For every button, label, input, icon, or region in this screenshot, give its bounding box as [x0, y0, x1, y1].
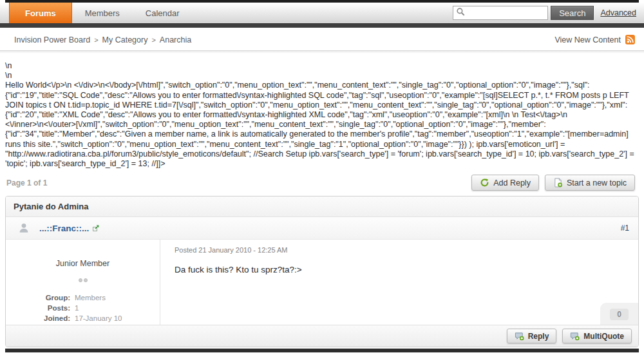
main-nav: Forums Members Calendar Search Advanced	[0, 3, 644, 23]
field-value: Members	[75, 294, 106, 302]
reputation-badge: 0	[610, 309, 629, 320]
search-box[interactable]	[453, 6, 548, 20]
debug-line: Hello World<\/p>\n <\/div>\n<\/body>[\/h…	[5, 81, 639, 169]
topic-actions-row: Page 1 of 1 Add Reply Start a new topic	[0, 169, 644, 191]
debug-line: \n	[5, 61, 639, 71]
field-value: 17-January 10	[75, 314, 122, 322]
field-label: Posts:	[6, 304, 70, 312]
breadcrumb-row: Invision Power Board>My Category>Anarchi…	[0, 28, 644, 50]
post-content-column: Posted 21 January 2010 - 12:25 AM Da fuc…	[160, 240, 638, 325]
breadcrumb-link-board[interactable]: Invision Power Board	[14, 35, 90, 44]
reply-label: Reply	[528, 332, 549, 341]
view-new-content: View New Content	[554, 35, 635, 44]
new-document-plus-icon	[553, 178, 563, 187]
post-footer: Reply MultiQuote	[6, 325, 638, 347]
reply-button[interactable]: Reply	[507, 329, 557, 343]
topic-title: Pytanie do Admina	[6, 197, 638, 217]
multiquote-button[interactable]: MultiQuote	[562, 329, 632, 343]
breadcrumb-separator: >	[151, 36, 155, 44]
page-bottom-strip	[5, 349, 639, 352]
member-field-posts: Posts: 1	[6, 304, 160, 312]
post-timestamp: Posted 21 January 2010 - 12:25 AM	[175, 246, 624, 254]
member-title: Junior Member	[6, 259, 160, 268]
view-new-content-link[interactable]: View New Content	[554, 35, 621, 44]
field-label: Group:	[6, 294, 70, 302]
topic-panel: Pytanie do Admina ...::Franc::... #1 Jun…	[5, 196, 639, 347]
member-fields: Group: Members Posts: 1 Joined: 17-Janua…	[6, 294, 160, 322]
tab-members[interactable]: Members	[72, 3, 133, 23]
author-info-column: Junior Member Group: Members Posts: 1 Jo…	[6, 240, 160, 325]
reputation-container: 0	[600, 303, 638, 325]
external-link-icon[interactable]	[93, 225, 99, 231]
breadcrumb: Invision Power Board>My Category>Anarchi…	[14, 35, 191, 44]
add-reply-button[interactable]: Add Reply	[471, 175, 539, 191]
member-pips	[6, 273, 160, 285]
author-link[interactable]: ...::Franc::...	[39, 224, 89, 233]
member-field-joined: Joined: 17-January 10	[6, 314, 160, 322]
debug-text-block: \n \n Hello World<\/p>\n <\/div>\n<\/bod…	[0, 53, 644, 169]
field-value: 1	[75, 304, 79, 312]
tab-forums[interactable]: Forums	[9, 3, 72, 23]
post-number[interactable]: #1	[621, 224, 629, 233]
post-body: Junior Member Group: Members Posts: 1 Jo…	[6, 240, 638, 325]
multiquote-label: MultiQuote	[583, 332, 624, 341]
start-new-topic-button[interactable]: Start a new topic	[545, 175, 635, 191]
reply-arrow-icon	[480, 178, 489, 187]
page-info: Page 1 of 1	[6, 178, 47, 187]
post-author-row: ...::Franc::... #1	[6, 217, 638, 240]
search-input[interactable]	[466, 7, 545, 19]
field-label: Joined:	[6, 314, 70, 322]
add-reply-label: Add Reply	[493, 178, 531, 187]
post-content: Da fuck is this? Kto tu sprz?ta?:>	[175, 265, 624, 274]
breadcrumb-link-category[interactable]: My Category	[102, 35, 148, 44]
speech-bubble-plus-icon	[570, 331, 580, 341]
start-new-topic-label: Start a new topic	[567, 178, 627, 187]
advanced-search-link[interactable]: Advanced	[600, 8, 636, 17]
nav-tabs: Forums Members Calendar	[9, 3, 193, 23]
breadcrumb-link-forum[interactable]: Anarchia	[160, 35, 191, 44]
search-button[interactable]: Search	[551, 6, 594, 20]
rss-icon[interactable]	[625, 35, 635, 44]
member-field-group: Group: Members	[6, 294, 160, 302]
avatar-icon[interactable]	[17, 222, 30, 235]
search-icon	[456, 7, 466, 19]
nav-underline-strip	[0, 23, 644, 28]
tab-calendar[interactable]: Calendar	[133, 3, 193, 23]
speech-bubble-plus-icon	[515, 331, 524, 341]
debug-line: \n	[5, 71, 639, 81]
search-area: Search Advanced	[453, 6, 636, 20]
breadcrumb-separator: >	[94, 36, 98, 44]
